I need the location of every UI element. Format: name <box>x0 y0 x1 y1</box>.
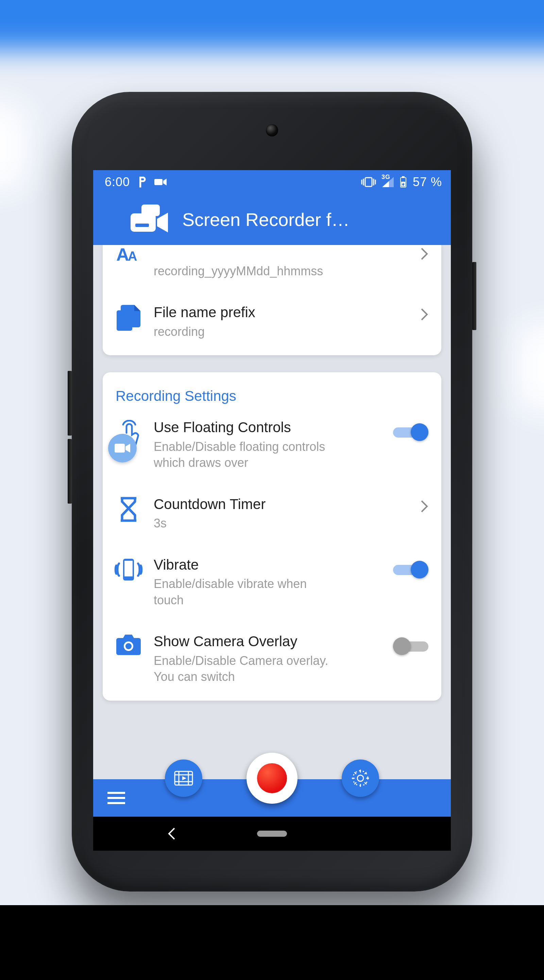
app-logo-icon <box>126 203 170 236</box>
svg-rect-13 <box>124 561 133 576</box>
setting-title: Show Camera Overlay <box>154 633 382 651</box>
text-format-icon: AA <box>114 245 143 265</box>
floating-controls-row[interactable]: Use Floating Controls Enable/Disable flo… <box>103 406 441 483</box>
svg-rect-11 <box>117 310 132 331</box>
phone-power-button <box>472 262 476 330</box>
hourglass-icon <box>114 495 143 522</box>
setting-title: Use Floating Controls <box>154 418 382 437</box>
recording-settings-card: Recording Settings Use Floating Controls… <box>103 372 441 701</box>
record-button[interactable] <box>246 753 298 804</box>
file-settings-card: AA File name format recording_yyyyMMdd_h… <box>103 245 441 355</box>
file-name-prefix-row[interactable]: File name prefix recording <box>103 291 441 352</box>
svg-rect-3 <box>402 176 404 178</box>
app-bar: Screen Recorder f… <box>93 194 451 245</box>
setting-subtitle: recording_yyyyMMdd_hhmmss <box>154 263 410 279</box>
svg-rect-7 <box>135 224 149 227</box>
nav-home-pill[interactable] <box>257 830 287 837</box>
chevron-right-icon <box>421 245 428 260</box>
phone-earpiece <box>266 124 278 137</box>
svg-rect-16 <box>114 444 125 453</box>
setting-subtitle: Enable/Disable floating controls which d… <box>154 439 330 471</box>
app-title: Screen Recorder f… <box>182 209 441 230</box>
setting-subtitle: recording <box>154 324 330 340</box>
android-nav-bar <box>93 817 451 851</box>
settings-scroll-area[interactable]: AA File name format recording_yyyyMMdd_h… <box>93 245 451 779</box>
vibrate-toggle[interactable] <box>393 561 428 579</box>
svg-text:A: A <box>116 245 129 264</box>
background-bottom-shadow <box>0 905 544 980</box>
signal-icon: 3G <box>382 177 394 187</box>
floating-controls-toggle[interactable] <box>393 423 428 441</box>
setting-title: Vibrate <box>154 556 382 574</box>
phone-frame: 6:00 3G 57 % <box>72 92 472 891</box>
phone-volume-up <box>68 371 72 436</box>
svg-text:A: A <box>128 249 137 263</box>
status-time: 6:00 <box>105 175 130 189</box>
network-type-label: 3G <box>381 173 390 181</box>
setting-subtitle: Enable/disable vibrate when touch <box>154 576 330 608</box>
status-bar: 6:00 3G 57 % <box>93 170 451 194</box>
camera-overlay-toggle[interactable] <box>393 637 428 655</box>
setting-subtitle: Enable/Disable Camera overlay. You can s… <box>154 653 330 685</box>
setting-subtitle: 3s <box>154 515 330 531</box>
battery-percent: 57 % <box>413 175 442 189</box>
vibrate-row[interactable]: Vibrate Enable/disable vibrate when touc… <box>103 544 441 620</box>
chevron-right-icon <box>421 495 428 512</box>
nav-back-icon[interactable] <box>167 827 177 840</box>
setting-title: File name prefix <box>154 304 410 321</box>
svg-point-15 <box>125 643 132 649</box>
battery-icon <box>400 176 407 188</box>
setting-title: Countdown Timer <box>154 495 410 514</box>
copy-file-icon <box>114 304 143 331</box>
phone-volume-down <box>68 439 72 504</box>
svg-point-18 <box>357 775 363 781</box>
file-name-format-row[interactable]: AA File name format recording_yyyyMMdd_h… <box>103 245 441 291</box>
recordings-library-button[interactable] <box>165 759 202 797</box>
menu-icon[interactable] <box>108 791 125 804</box>
svg-rect-1 <box>365 178 372 186</box>
chevron-right-icon <box>421 304 428 321</box>
settings-button[interactable] <box>342 759 379 797</box>
camera-overlay-row[interactable]: Show Camera Overlay Enable/Disable Camer… <box>103 620 441 697</box>
vibrate-icon <box>361 177 376 187</box>
parking-icon <box>137 177 147 188</box>
recording-indicator-icon <box>154 178 167 186</box>
svg-rect-0 <box>154 179 163 185</box>
phone-screen: 6:00 3G 57 % <box>93 170 451 817</box>
countdown-timer-row[interactable]: Countdown Timer 3s <box>103 483 441 544</box>
camera-icon <box>114 633 143 655</box>
vibrate-phone-icon <box>114 556 143 582</box>
svg-rect-6 <box>130 213 156 232</box>
section-title: Recording Settings <box>103 372 441 406</box>
floating-control-bubble[interactable] <box>108 434 137 463</box>
